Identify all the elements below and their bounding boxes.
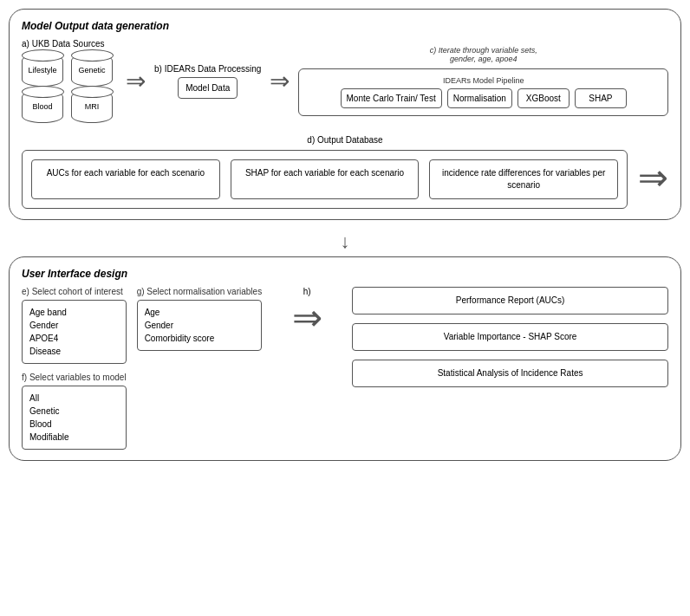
output-item-1: SHAP for each variable for each scenario xyxy=(231,159,420,199)
cylinder-genetic: Genetic xyxy=(71,54,113,87)
select-cohort-label: e) Select cohort of interest xyxy=(22,287,127,296)
pipeline-steps: Monte Carlo Train/ Test Normalisation XG… xyxy=(306,88,661,108)
left-col: e) Select cohort of interest Age band Ge… xyxy=(22,287,127,450)
top-content: a) UKB Data Sources Lifestyle Genetic Bl… xyxy=(22,39,668,209)
output-item-0: AUCs for each variable for each scenario xyxy=(31,159,220,199)
arrow-to-processing: ⇒ xyxy=(126,69,146,94)
cylinders-group: Lifestyle Genetic Blood MRI xyxy=(22,54,117,123)
right-col: Performance Report (AUCs) Variable Impor… xyxy=(352,287,668,387)
select-vars-group: f) Select variables to model All Genetic… xyxy=(22,373,127,450)
bottom-section: User Interface design e) Select cohort o… xyxy=(9,256,681,461)
select-norm-box: Age Gender Comorbidity score xyxy=(137,300,263,351)
h-arrow-section: h) ⇒ xyxy=(272,287,342,336)
ukb-sources: a) UKB Data Sources Lifestyle Genetic Bl… xyxy=(22,39,117,123)
pipeline-section: c) Iterate through variable sets, gender… xyxy=(298,46,668,116)
proc-box: Model Data xyxy=(178,77,238,99)
cylinder-lifestyle: Lifestyle xyxy=(22,54,63,87)
h-arrow: ⇒ xyxy=(292,300,322,336)
proc-label: b) IDEARs Data Processing xyxy=(154,64,261,74)
output-db-label: d) Output Database xyxy=(22,135,668,145)
feedback-arrow: ⇐ xyxy=(638,161,668,198)
output-statistical-analysis: Statistical Analysis of Incidence Rates xyxy=(352,360,668,387)
output-variable-importance: Variable Importance - SHAP Score xyxy=(352,323,668,351)
output-db-wrapper: AUCs for each variable for each scenario… xyxy=(22,150,668,209)
step-shap: SHAP xyxy=(575,88,627,108)
middle-col: g) Select normalisation variables Age Ge… xyxy=(137,287,263,351)
top-section: Model Output data generation a) UKB Data… xyxy=(9,9,681,220)
output-db-box: AUCs for each variable for each scenario… xyxy=(22,150,628,209)
arrow-to-pipeline: ⇒ xyxy=(270,69,290,94)
select-norm-group: g) Select normalisation variables Age Ge… xyxy=(137,287,263,351)
h-label: h) xyxy=(303,287,311,296)
select-vars-label: f) Select variables to model xyxy=(22,373,127,382)
cylinder-mri: MRI xyxy=(71,90,113,123)
cylinder-blood: Blood xyxy=(22,90,63,123)
select-vars-box: All Genetic Blood Modifiable xyxy=(22,386,127,450)
pipeline-box: IDEARs Model Pipeline Monte Carlo Train/… xyxy=(298,68,668,116)
select-cohort-box: Age band Gender APOE4 Disease xyxy=(22,300,127,364)
step-normalisation: Normalisation xyxy=(447,88,512,108)
output-item-2: incidence rate differences for variables… xyxy=(429,159,618,199)
select-norm-label: g) Select normalisation variables xyxy=(137,287,263,296)
iterate-label: c) Iterate through variable sets, gender… xyxy=(298,46,668,63)
bottom-content: e) Select cohort of interest Age band Ge… xyxy=(22,287,668,450)
bottom-section-label: User Interface design xyxy=(22,268,668,280)
row1: a) UKB Data Sources Lifestyle Genetic Bl… xyxy=(22,39,668,123)
connector-arrow-down: ↓ xyxy=(9,230,681,253)
top-section-label: Model Output data generation xyxy=(22,20,668,32)
output-performance: Performance Report (AUCs) xyxy=(352,287,668,314)
select-cohort-group: e) Select cohort of interest Age band Ge… xyxy=(22,287,127,364)
pipeline-title: IDEARs Model Pipeline xyxy=(306,76,661,85)
step-xgboost: XGBoost xyxy=(518,88,570,108)
row2: d) Output Database AUCs for each variabl… xyxy=(22,135,668,209)
step-monte-carlo: Monte Carlo Train/ Test xyxy=(341,88,442,108)
ukb-label: a) UKB Data Sources xyxy=(22,39,105,49)
idears-processing: b) IDEARs Data Processing Model Data xyxy=(154,64,261,99)
